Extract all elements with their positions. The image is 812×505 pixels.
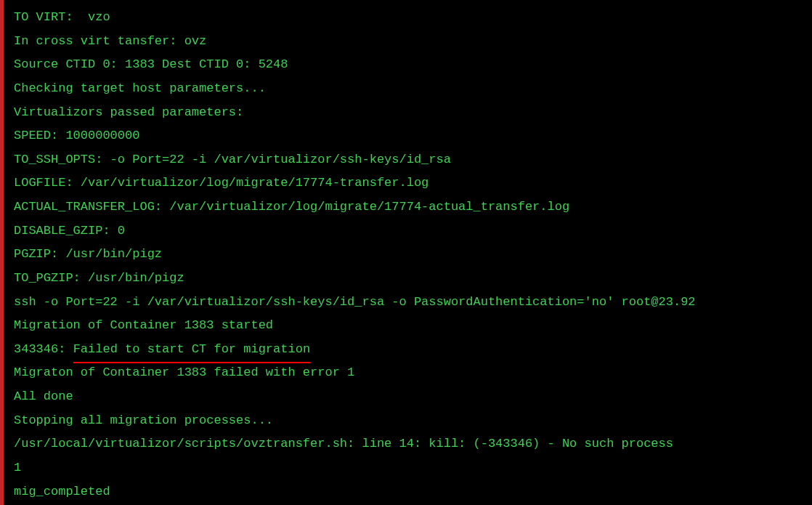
log-line-ssh-cmd: ssh -o Port=22 -i /var/virtualizor/ssh-k… — [14, 291, 812, 315]
log-line-exit-code: 1 — [14, 456, 812, 480]
log-line-to-virt: TO VIRT: vzo — [14, 6, 812, 30]
log-line-ssh-opts: TO_SSH_OPTS: -o Port=22 -i /var/virtuali… — [14, 148, 812, 172]
terminal-output: TO VIRT: vzoIn cross virt tansfer: ovzSo… — [14, 6, 812, 504]
log-line-speed: SPEED: 1000000000 — [14, 124, 812, 148]
log-line-cross-virt: In cross virt tansfer: ovz — [14, 30, 812, 54]
log-line-migration-failed: Migraton of Container 1383 failed with e… — [14, 361, 812, 385]
log-line-pgzip: PGZIP: /usr/bin/pigz — [14, 243, 812, 267]
log-line-all-done: All done — [14, 385, 812, 409]
log-line-checking: Checking target host parameters... — [14, 77, 812, 101]
log-line-prefix: 343346: — [14, 342, 73, 356]
log-line-params-header: Virtualizors passed parameters: — [14, 101, 812, 125]
log-line-ctid: Source CTID 0: 1383 Dest CTID 0: 5248 — [14, 53, 812, 77]
log-line-disable-gzip: DISABLE_GZIP: 0 — [14, 219, 812, 243]
log-line-actual-log: ACTUAL_TRANSFER_LOG: /var/virtualizor/lo… — [14, 195, 812, 219]
log-line-logfile: LOGFILE: /var/virtualizor/log/migrate/17… — [14, 171, 812, 195]
log-line-stopping: Stopping all migration processes... — [14, 409, 812, 433]
log-line-error: 343346: Failed to start CT for migration — [14, 338, 812, 362]
log-line-migration-started: Migration of Container 1383 started — [14, 314, 812, 338]
log-line-mig-completed: mig_completed — [14, 480, 812, 504]
log-line-kill-error: /usr/local/virtualizor/scripts/ovztransf… — [14, 432, 812, 456]
log-line-to-pgzip: TO_PGZIP: /usr/bin/pigz — [14, 267, 812, 291]
error-message-underlined: Failed to start CT for migration — [73, 338, 310, 362]
